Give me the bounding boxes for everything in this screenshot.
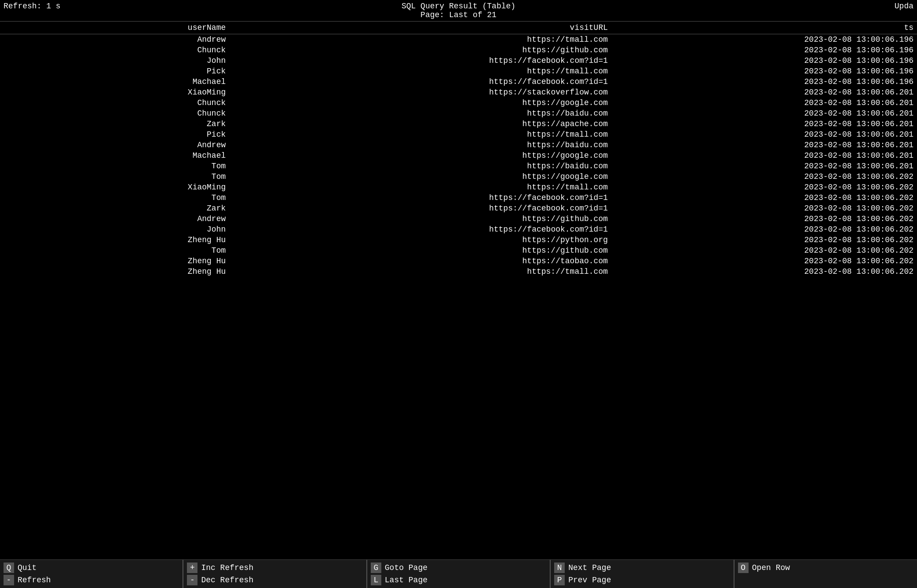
footer-item-refresh[interactable]: - Refresh bbox=[0, 574, 183, 586]
cell-visiturl: https://github.com bbox=[229, 214, 611, 224]
cell-visiturl: https://google.com bbox=[229, 150, 611, 161]
cell-username: XiaoMing bbox=[0, 87, 229, 98]
cell-visiturl: https://apache.com bbox=[229, 119, 611, 129]
cell-visiturl: https://tmall.com bbox=[229, 266, 611, 277]
cell-ts: 2023-02-08 13:00:06.202 bbox=[611, 203, 917, 214]
cell-ts: 2023-02-08 13:00:06.202 bbox=[611, 224, 917, 235]
cell-username: John bbox=[0, 55, 229, 66]
cell-ts: 2023-02-08 13:00:06.201 bbox=[611, 119, 917, 129]
cell-ts: 2023-02-08 13:00:06.196 bbox=[611, 45, 917, 55]
cell-ts: 2023-02-08 13:00:06.201 bbox=[611, 87, 917, 98]
key-minus: - bbox=[187, 575, 197, 585]
results-table: userName visitURL ts Andrewhttps://tmall… bbox=[0, 22, 917, 277]
table-row: Machaelhttps://facebook.com?id=12023-02-… bbox=[0, 76, 917, 87]
header: Refresh: 1 s SQL Query Result (Table) Pa… bbox=[0, 0, 917, 22]
cell-username: Andrew bbox=[0, 140, 229, 150]
footer-item-inc-refresh[interactable]: + Inc Refresh bbox=[183, 562, 366, 574]
label-refresh-bottom: Refresh bbox=[18, 576, 51, 584]
cell-username: Andrew bbox=[0, 214, 229, 224]
key-g: G bbox=[371, 563, 381, 573]
key-l: L bbox=[371, 575, 381, 585]
table-row: Johnhttps://facebook.com?id=12023-02-08 … bbox=[0, 224, 917, 235]
page-info: Page: Last of 21 bbox=[91, 11, 826, 19]
cell-visiturl: https://tmall.com bbox=[229, 129, 611, 140]
key-p: P bbox=[554, 575, 565, 585]
label-goto-page: Goto Page bbox=[385, 563, 427, 572]
key-o: O bbox=[738, 563, 749, 573]
cell-username: Pick bbox=[0, 129, 229, 140]
footer-item-next-page[interactable]: N Next Page bbox=[551, 562, 733, 574]
footer-item-prev-page[interactable]: P Prev Page bbox=[551, 574, 733, 586]
cell-ts: 2023-02-08 13:00:06.196 bbox=[611, 34, 917, 45]
cell-username: Zark bbox=[0, 203, 229, 214]
cell-ts: 2023-02-08 13:00:06.202 bbox=[611, 214, 917, 224]
cell-ts: 2023-02-08 13:00:06.201 bbox=[611, 140, 917, 150]
table-row: Zarkhttps://apache.com2023-02-08 13:00:0… bbox=[0, 119, 917, 129]
cell-visiturl: https://stackoverflow.com bbox=[229, 87, 611, 98]
col-header-username: userName bbox=[0, 22, 229, 34]
table-row: Tomhttps://facebook.com?id=12023-02-08 1… bbox=[0, 192, 917, 203]
cell-username: Andrew bbox=[0, 34, 229, 45]
cell-username: Tom bbox=[0, 192, 229, 203]
cell-visiturl: https://facebook.com?id=1 bbox=[229, 192, 611, 203]
table-row: XiaoMinghttps://tmall.com2023-02-08 13:0… bbox=[0, 182, 917, 192]
table-container: userName visitURL ts Andrewhttps://tmall… bbox=[0, 22, 917, 277]
cell-visiturl: https://baidu.com bbox=[229, 161, 611, 171]
cell-username: Chunck bbox=[0, 108, 229, 119]
cell-ts: 2023-02-08 13:00:06.196 bbox=[611, 76, 917, 87]
cell-visiturl: https://tmall.com bbox=[229, 66, 611, 76]
footer-item-dec-refresh[interactable]: - Dec Refresh bbox=[183, 574, 366, 586]
table-row: Pickhttps://tmall.com2023-02-08 13:00:06… bbox=[0, 129, 917, 140]
cell-ts: 2023-02-08 13:00:06.202 bbox=[611, 171, 917, 182]
footer-item-last-page[interactable]: L Last Page bbox=[367, 574, 550, 586]
table-row: Pickhttps://tmall.com2023-02-08 13:00:06… bbox=[0, 66, 917, 76]
footer-section-quit: Q Quit - Refresh bbox=[0, 560, 183, 588]
cell-visiturl: https://github.com bbox=[229, 245, 611, 256]
label-quit: Quit bbox=[18, 563, 37, 572]
cell-username: Tom bbox=[0, 161, 229, 171]
cell-visiturl: https://baidu.com bbox=[229, 108, 611, 119]
label-inc-refresh: Inc Refresh bbox=[201, 563, 253, 572]
label-dec-refresh: Dec Refresh bbox=[201, 576, 253, 584]
footer-item-goto-page[interactable]: G Goto Page bbox=[367, 562, 550, 574]
cell-username: Zheng Hu bbox=[0, 256, 229, 266]
label-open-row: Open Row bbox=[752, 563, 790, 572]
footer-section-goto: G Goto Page L Last Page bbox=[367, 560, 550, 588]
table-row: Andrewhttps://github.com2023-02-08 13:00… bbox=[0, 214, 917, 224]
footer-item-open-row[interactable]: O Open Row bbox=[734, 562, 917, 574]
cell-ts: 2023-02-08 13:00:06.201 bbox=[611, 98, 917, 108]
cell-ts: 2023-02-08 13:00:06.196 bbox=[611, 66, 917, 76]
cell-username: Zheng Hu bbox=[0, 235, 229, 245]
cell-ts: 2023-02-08 13:00:06.201 bbox=[611, 108, 917, 119]
cell-visiturl: https://tmall.com bbox=[229, 182, 611, 192]
table-row: Johnhttps://facebook.com?id=12023-02-08 … bbox=[0, 55, 917, 66]
footer-section-nav: N Next Page P Prev Page bbox=[551, 560, 733, 588]
table-row: Zheng Huhttps://python.org2023-02-08 13:… bbox=[0, 235, 917, 245]
key-q: Q bbox=[4, 563, 14, 573]
cell-visiturl: https://google.com bbox=[229, 98, 611, 108]
key-n: N bbox=[554, 563, 565, 573]
footer: Q Quit - Refresh + Inc Refresh - Dec Ref… bbox=[0, 559, 917, 588]
cell-username: Zark bbox=[0, 119, 229, 129]
label-last-page: Last Page bbox=[385, 576, 427, 584]
cell-username: John bbox=[0, 224, 229, 235]
footer-section-refresh: + Inc Refresh - Dec Refresh bbox=[183, 560, 366, 588]
cell-username: Chunck bbox=[0, 98, 229, 108]
header-title: SQL Query Result (Table) Page: Last of 2… bbox=[91, 2, 826, 19]
refresh-status: Refresh: 1 s bbox=[4, 2, 91, 11]
table-row: Tomhttps://google.com2023-02-08 13:00:06… bbox=[0, 171, 917, 182]
table-row: Zarkhttps://facebook.com?id=12023-02-08 … bbox=[0, 203, 917, 214]
key-plus: + bbox=[187, 563, 197, 573]
cell-visiturl: https://taobao.com bbox=[229, 256, 611, 266]
table-header-row: userName visitURL ts bbox=[0, 22, 917, 34]
label-next-page: Next Page bbox=[568, 563, 611, 572]
table-row: Tomhttps://github.com2023-02-08 13:00:06… bbox=[0, 245, 917, 256]
cell-ts: 2023-02-08 13:00:06.196 bbox=[611, 55, 917, 66]
cell-visiturl: https://facebook.com?id=1 bbox=[229, 203, 611, 214]
title-text: SQL Query Result (Table) bbox=[91, 2, 826, 11]
cell-username: XiaoMing bbox=[0, 182, 229, 192]
cell-visiturl: https://facebook.com?id=1 bbox=[229, 76, 611, 87]
footer-item-quit[interactable]: Q Quit bbox=[0, 562, 183, 574]
cell-ts: 2023-02-08 13:00:06.202 bbox=[611, 256, 917, 266]
cell-ts: 2023-02-08 13:00:06.202 bbox=[611, 266, 917, 277]
